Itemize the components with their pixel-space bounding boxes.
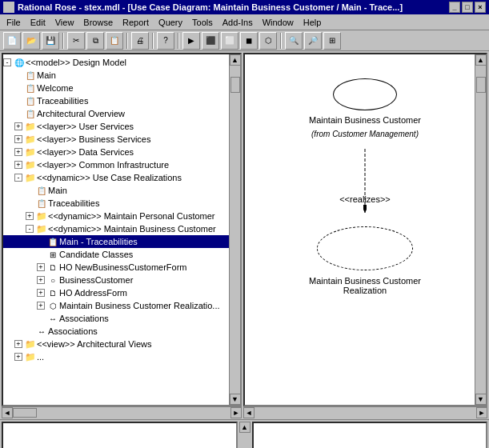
tree-item[interactable]: -📁<<dynamic>> Maintain Business Customer (3, 222, 229, 235)
tree-icon: ⊞ (46, 248, 59, 261)
hscroll-left[interactable]: ◄ (2, 407, 13, 418)
tree-hscroll[interactable]: ◄ ► (2, 406, 242, 418)
tree-item[interactable]: -🌐<<model>> Design Model (3, 56, 229, 69)
expand-btn[interactable]: - (14, 174, 22, 182)
tool1[interactable]: ▶ (182, 32, 200, 50)
scroll-thumb[interactable] (230, 77, 240, 93)
tree-item[interactable]: 📋Main - Traceabilities (3, 235, 229, 248)
diagram-scrollbar[interactable]: ▲ ▼ (475, 54, 486, 405)
menu-query[interactable]: Query (154, 16, 187, 29)
tree-scrollbar[interactable]: ▲ ▼ (229, 54, 240, 405)
paste-button[interactable]: 📋 (106, 32, 123, 50)
tree-item[interactable]: +○BusinessCustomer (3, 274, 229, 286)
tool5[interactable]: ⬡ (259, 32, 277, 50)
bottom-area: ▲ ▼ (0, 419, 489, 448)
menu-report[interactable]: Report (118, 16, 154, 29)
expand-btn[interactable]: + (37, 302, 45, 310)
tree-icon: 🗋 (46, 261, 59, 274)
scroll-up[interactable]: ▲ (230, 54, 241, 66)
menu-view[interactable]: View (50, 16, 79, 29)
tool3[interactable]: ⬜ (221, 32, 238, 50)
menu-addins[interactable]: Add-Ins (218, 16, 258, 29)
expand-btn[interactable]: + (37, 289, 45, 297)
copy-button[interactable]: ⧉ (86, 32, 104, 50)
bottom-left-panel (2, 422, 238, 448)
tree-content: -🌐<<model>> Design Model📋Main📋Welcome📋Tr… (3, 54, 229, 405)
realizes-arrow (363, 149, 367, 221)
cut-button[interactable]: ✂ (67, 32, 85, 50)
menu-tools[interactable]: Tools (187, 16, 218, 29)
tree-icon: ○ (46, 274, 59, 286)
diag-scroll-thumb[interactable] (476, 77, 486, 93)
tree-icon: 📁 (24, 133, 37, 146)
tree-item[interactable]: 📋Traceabilities (3, 197, 229, 210)
diag-scroll-down[interactable]: ▼ (475, 394, 487, 405)
tree-item[interactable]: +📁<<layer>> Business Services (3, 133, 229, 146)
maximize-button[interactable]: □ (462, 2, 473, 13)
expand-btn[interactable]: + (14, 122, 22, 130)
tree-item[interactable]: +🗋HO NewBusinessCustomerForm (3, 261, 229, 274)
tree-item[interactable]: +⬡Maintain Business Customer Realizatio.… (3, 299, 229, 312)
expand-btn[interactable]: + (14, 148, 22, 156)
expand-btn[interactable]: + (26, 212, 34, 220)
expand-btn[interactable]: + (37, 263, 45, 271)
tree-icon: ↔ (46, 312, 59, 325)
tool2[interactable]: ⬛ (202, 32, 219, 50)
expand-btn[interactable]: + (14, 135, 22, 143)
menu-browse[interactable]: Browse (78, 16, 118, 29)
tree-item[interactable]: +🗋HO AddressForm (3, 286, 229, 299)
hscroll-thumb[interactable] (13, 408, 37, 418)
expand-btn[interactable]: + (14, 161, 22, 169)
expand-btn[interactable]: + (37, 276, 45, 284)
hscroll-right[interactable]: ► (230, 407, 242, 418)
tree-item[interactable]: 📋Main (3, 184, 229, 197)
diagram-panel: Maintain Business Customer (from Custome… (243, 53, 487, 406)
tree-icon: 📁 (24, 120, 37, 133)
tree-label: <<layer>> Data Services (37, 147, 134, 157)
new-button[interactable]: 📄 (3, 32, 21, 50)
tree-label: HO NewBusinessCustomerForm (59, 262, 187, 272)
bottom-scroll-up[interactable]: ▲ (239, 422, 251, 433)
tool4[interactable]: ◼ (240, 32, 258, 50)
tree-item[interactable]: 📋Traceabilities (3, 94, 229, 107)
tree-item[interactable]: +📁<<layer>> User Services (3, 120, 229, 133)
menu-help[interactable]: Help (299, 16, 327, 29)
tree-item[interactable]: 📋Welcome (3, 82, 229, 94)
top-use-case[interactable] (333, 78, 397, 110)
open-button[interactable]: 📂 (22, 32, 40, 50)
tree-item[interactable]: +📁<<view>> Architectural Views (3, 338, 229, 350)
tree-label: Traceabilities (48, 198, 99, 208)
tree-item[interactable]: ⊞Candidate Classes (3, 248, 229, 261)
zoom-out[interactable]: 🔎 (304, 32, 322, 50)
tree-item[interactable]: +📁... (3, 350, 229, 363)
zoom-fit[interactable]: ⊞ (323, 32, 341, 50)
save-button[interactable]: 💾 (42, 32, 59, 50)
diag-scroll-up[interactable]: ▲ (475, 54, 487, 66)
expand-btn[interactable]: + (14, 340, 22, 348)
menu-file[interactable]: File (2, 16, 26, 29)
diag-hscroll-right[interactable]: ► (476, 407, 487, 418)
tree-item[interactable]: +📁<<dynamic>> Maintain Personal Customer (3, 210, 229, 222)
bottom-use-case[interactable] (317, 226, 413, 270)
scroll-down[interactable]: ▼ (230, 394, 241, 405)
tree-item[interactable]: ↔Associations (3, 312, 229, 325)
tree-item[interactable]: 📋Main (3, 69, 229, 82)
expand-btn[interactable]: + (14, 353, 22, 361)
diag-hscroll-left[interactable]: ◄ (243, 407, 255, 418)
tree-item[interactable]: -📁<<dynamic>> Use Case Realizations (3, 171, 229, 184)
zoom-in[interactable]: 🔍 (285, 32, 303, 50)
minimize-button[interactable]: _ (449, 2, 460, 13)
diagram-hscroll[interactable]: ◄ ► (243, 406, 487, 418)
menu-window[interactable]: Window (258, 16, 299, 29)
tree-item[interactable]: +📁<<layer>> Data Services (3, 146, 229, 158)
print-button[interactable]: 🖨 (131, 32, 149, 50)
tree-item[interactable]: 📋Architectural Overview (3, 107, 229, 120)
help-button[interactable]: ? (157, 32, 174, 50)
tree-icon: 📁 (24, 338, 37, 350)
expand-btn[interactable]: - (26, 225, 34, 233)
tree-item[interactable]: +📁<<layer>> Common Infrastructure (3, 158, 229, 171)
expand-btn[interactable]: - (3, 58, 11, 66)
tree-item[interactable]: ↔Associations (3, 325, 229, 338)
close-button[interactable]: × (475, 2, 486, 13)
menu-edit[interactable]: Edit (26, 16, 50, 29)
